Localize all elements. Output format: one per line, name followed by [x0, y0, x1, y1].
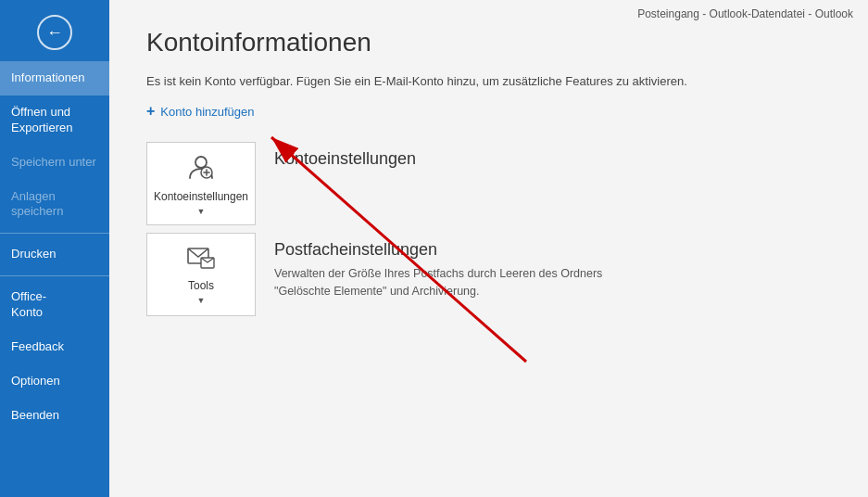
- kontoeinstellungen-card[interactable]: Kontoeinstellungen ▼: [146, 142, 256, 225]
- sidebar-item-anlagen-speichern: Anlagen speichern: [0, 180, 109, 230]
- tools-label: Tools: [188, 279, 214, 292]
- tools-arrow: ▼: [197, 296, 206, 305]
- info-text: Es ist kein Konto verfügbar. Fügen Sie e…: [146, 74, 831, 88]
- sidebar: ← Informationen Öffnen und Exportieren S…: [0, 0, 109, 497]
- back-button[interactable]: ←: [30, 7, 80, 57]
- plus-icon: +: [146, 103, 155, 120]
- sidebar-item-informationen[interactable]: Informationen: [0, 61, 109, 96]
- kontoeinstellungen-icon: [186, 152, 216, 186]
- sidebar-item-optionen[interactable]: Optionen: [0, 364, 109, 399]
- kontoeinstellungen-arrow: ▼: [197, 207, 206, 216]
- postfacheinstellungen-title: Postfacheinstellungen: [274, 240, 608, 260]
- tools-card[interactable]: Tools ▼: [146, 233, 256, 316]
- sidebar-item-beenden[interactable]: Beenden: [0, 399, 109, 433]
- kontoeinstellungen-title: Kontoeinstellungen: [274, 149, 416, 169]
- sidebar-item-oeffnen-exportieren[interactable]: Öffnen und Exportieren: [0, 96, 109, 146]
- topbar: Posteingang - Outlook-Datendatei - Outlo…: [637, 7, 853, 20]
- kontoeinstellungen-label: Kontoeinstellungen: [154, 190, 248, 203]
- page-title: Kontoinformationen: [146, 28, 831, 57]
- sidebar-divider-1: [0, 233, 109, 234]
- main-content: Posteingang - Outlook-Datendatei - Outlo…: [109, 0, 868, 497]
- sidebar-item-office-konto[interactable]: Office-Konto: [0, 280, 109, 330]
- svg-point-0: [195, 157, 207, 168]
- kontoeinstellungen-info: Kontoeinstellungen: [274, 142, 416, 174]
- sidebar-divider-2: [0, 275, 109, 276]
- add-account-button[interactable]: + Konto hinzufügen: [146, 99, 255, 123]
- kontoeinstellungen-row: Kontoeinstellungen ▼ Kontoeinstellungen: [146, 142, 831, 225]
- sidebar-item-feedback[interactable]: Feedback: [0, 330, 109, 364]
- postfacheinstellungen-info: Postfacheinstellungen Verwalten der Größ…: [274, 233, 608, 300]
- sidebar-item-drucken[interactable]: Drucken: [0, 237, 109, 272]
- postfacheinstellungen-desc: Verwalten der Größe Ihres Postfachs durc…: [274, 265, 608, 300]
- back-circle-icon: ←: [37, 15, 72, 50]
- postfacheinstellungen-row: Tools ▼ Postfacheinstellungen Verwalten …: [146, 233, 831, 316]
- tools-icon: [186, 244, 216, 275]
- sidebar-item-speichern-unter: Speichern unter: [0, 146, 109, 180]
